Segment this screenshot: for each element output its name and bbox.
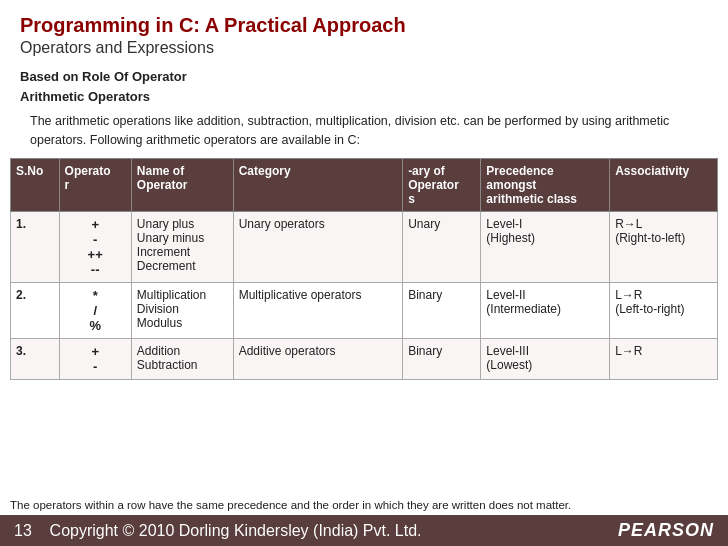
col-associativity: Associativity	[610, 158, 718, 211]
table-row: 1.+ - ++ --Unary plus Unary minus Increm…	[11, 211, 718, 282]
cell-name: Unary plus Unary minus Increment Decreme…	[131, 211, 233, 282]
cell-operator: * / %	[59, 282, 131, 338]
cell-associativity: L→R (Left-to-right)	[610, 282, 718, 338]
operators-table: S.No Operator Name ofOperator Category -…	[10, 158, 718, 380]
cell-operator: + - ++ --	[59, 211, 131, 282]
section-labels: Based on Role Of Operator Arithmetic Ope…	[0, 61, 728, 108]
cell-category: Multiplicative operators	[233, 282, 402, 338]
description-text: The arithmetic operations like addition,…	[0, 108, 728, 158]
cell-precedence: Level-II (Intermediate)	[481, 282, 610, 338]
cell-sno: 3.	[11, 338, 60, 379]
header-subtitle: Operators and Expressions	[20, 39, 708, 57]
cell-name: Multiplication Division Modulus	[131, 282, 233, 338]
table-row: 3.+ -Addition SubtractionAdditive operat…	[11, 338, 718, 379]
table-container: S.No Operator Name ofOperator Category -…	[0, 158, 728, 495]
footer: 13 Copyright © 2010 Dorling Kindersley (…	[0, 515, 728, 546]
cell-precedence: Level-III (Lowest)	[481, 338, 610, 379]
footer-brand: PEARSON	[618, 520, 714, 541]
section-label-1: Based on Role Of Operator	[20, 67, 708, 87]
col-precedence: Precedenceamongstarithmetic class	[481, 158, 610, 211]
footer-page: 13 Copyright © 2010 Dorling Kindersley (…	[14, 522, 422, 540]
col-operator: Operator	[59, 158, 131, 211]
col-category: Category	[233, 158, 402, 211]
cell-sno: 1.	[11, 211, 60, 282]
cell-associativity: R→L (Right-to-left)	[610, 211, 718, 282]
cell-associativity: L→R	[610, 338, 718, 379]
table-header-row: S.No Operator Name ofOperator Category -…	[11, 158, 718, 211]
slide: Programming in C: A Practical Approach O…	[0, 0, 728, 546]
cell-ary: Binary	[403, 338, 481, 379]
col-name: Name ofOperator	[131, 158, 233, 211]
footer-copyright: Copyright © 2010 Dorling Kindersley (Ind…	[50, 522, 422, 539]
cell-category: Unary operators	[233, 211, 402, 282]
cell-precedence: Level-I (Highest)	[481, 211, 610, 282]
col-ary: -ary ofOperators	[403, 158, 481, 211]
page-number: 13	[14, 522, 32, 539]
cell-ary: Binary	[403, 282, 481, 338]
table-row: 2.* / %Multiplication Division ModulusMu…	[11, 282, 718, 338]
section-label-2: Arithmetic Operators	[20, 87, 708, 107]
header: Programming in C: A Practical Approach O…	[0, 0, 728, 61]
cell-ary: Unary	[403, 211, 481, 282]
header-title: Programming in C: A Practical Approach	[20, 14, 708, 37]
col-sno: S.No	[11, 158, 60, 211]
cell-sno: 2.	[11, 282, 60, 338]
cell-category: Additive operators	[233, 338, 402, 379]
table-note: The operators within a row have the same…	[0, 494, 728, 515]
cell-operator: + -	[59, 338, 131, 379]
cell-name: Addition Subtraction	[131, 338, 233, 379]
